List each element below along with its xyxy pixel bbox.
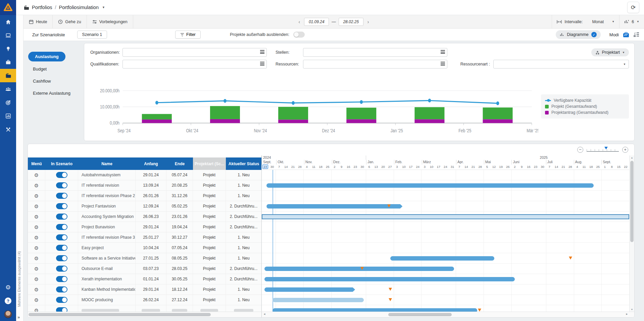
diagramme-toggle-button[interactable]: Diagramme ✓ [556,30,601,39]
tab-externe-auslastung[interactable]: Externe Auslastung [28,89,75,98]
row-menu-gear-icon[interactable]: ⚙ [34,245,39,250]
sidebar-item-avatar[interactable] [0,308,16,321]
ressourcen-input[interactable] [303,60,447,68]
next-period-chevron-right-icon[interactable]: › [366,19,370,25]
table-row[interactable]: ⚙ Autobahnmautsystem 29.01.24 05.07.24 P… [28,170,261,180]
hide-outside-toggle[interactable] [293,32,305,38]
in-szenario-toggle[interactable] [56,224,67,230]
gantt-bar[interactable] [264,287,355,292]
table-row[interactable]: ⚙ IT referential revision Phase 3 25.01.… [28,232,261,243]
filter-button[interactable]: Filter [175,31,201,39]
row-menu-gear-icon[interactable]: ⚙ [34,256,39,261]
in-szenario-toggle[interactable] [56,245,67,251]
row-menu-gear-icon[interactable]: ⚙ [34,308,39,312]
scroll-left-arrow-icon[interactable]: ◄ [263,313,266,316]
prev-period-chevron-left-icon[interactable]: ‹ [297,19,302,25]
row-menu-gear-icon[interactable]: ⚙ [34,277,39,282]
in-szenario-toggle[interactable] [56,214,67,220]
intervalle-select[interactable]: Monat ▼ [587,15,619,28]
qualifikationen-input[interactable] [122,60,267,68]
row-menu-gear-icon[interactable]: ⚙ [34,173,39,178]
scroll-down-arrow-icon[interactable]: ▼ [630,308,634,311]
expand-strip-icon[interactable]: » [17,315,20,320]
row-menu-gear-icon[interactable]: ⚙ [34,287,39,292]
table-row[interactable]: ⚙ Project Fantavision 12.09.24 05.02.25 … [28,201,261,212]
table-row[interactable]: ⚙ Kanban Method Implementatio 29.01.24 1… [28,284,261,295]
column-header-1[interactable]: In Szenario [45,162,78,166]
milestone-marker-icon[interactable] [389,288,392,291]
vorbelegungen-button[interactable]: Vorbelegungen [87,15,133,28]
ressourcenart-select[interactable] [493,60,629,68]
szenario-button[interactable]: Szenario 1 [77,31,107,39]
table-scroll-thumb[interactable] [29,313,211,316]
sidebar-item-target[interactable] [0,96,16,109]
table-row[interactable]: ⚙ [28,305,261,312]
column-header-4[interactable]: Ende [166,162,193,166]
in-szenario-toggle[interactable] [56,266,67,272]
tab-budget[interactable]: Budget [28,64,51,74]
sidebar-item-tools[interactable] [0,123,16,136]
milestone-marker-icon[interactable] [389,298,392,301]
gantt-bar[interactable] [262,214,629,219]
hierarchy-mode-icon[interactable] [633,32,639,37]
sidebar-item-help[interactable]: ? [0,294,16,308]
milestone-marker-icon[interactable] [569,257,572,260]
tab-cashflow[interactable]: Cashflow [28,77,55,86]
table-row[interactable]: ⚙ Accounting System Migration 26.06.23 2… [28,212,261,222]
gantt-vertical-scrollbar[interactable]: ▲ ▼ [629,155,634,312]
milestone-marker-icon[interactable] [360,267,364,270]
table-row[interactable]: ⚙ IT referential revision Phase 2 26.01.… [28,191,261,201]
column-header-3[interactable]: Anfang [136,162,166,166]
breadcrumb-page[interactable]: Portfoliosimulation [59,5,98,10]
zoom-out-button[interactable]: − [577,147,583,153]
date-to-input[interactable] [339,18,363,26]
refresh-button[interactable]: ⟳ [627,2,639,13]
gantt-bar[interactable] [273,308,477,312]
organisationen-input[interactable] [122,48,267,57]
scroll-up-arrow-icon[interactable]: ▲ [630,156,634,159]
in-szenario-toggle[interactable] [56,182,67,188]
scroll-right-arrow-icon[interactable]: ► [626,313,628,316]
table-row[interactable]: ⚙ Software as a Service Initiative 27.01… [28,253,261,264]
row-menu-gear-icon[interactable]: ⚙ [34,297,39,303]
gehe-zu-button[interactable]: Gehe zu [53,15,86,28]
gantt-bar[interactable] [390,256,494,261]
milestone-marker-icon[interactable] [387,204,391,208]
table-row[interactable]: ⚙ Easy project 10.04.24 07.05.24 Projekt… [28,243,261,253]
date-from-input[interactable] [304,18,329,26]
diagram-count-select[interactable]: 6 ▼ [620,15,644,28]
gantt-horizontal-scrollbar[interactable]: ◄ ► [262,312,634,317]
projektart-grouping-button[interactable]: Projektart ▼ [591,48,629,56]
gantt-scroll-thumb[interactable] [388,313,452,316]
sidebar-item-folder[interactable] [0,69,16,82]
in-szenario-toggle[interactable] [56,203,67,209]
breadcrumb-chevron-down-icon[interactable]: ▼ [102,6,105,9]
column-header-5[interactable]: Projektart (Sc... [193,157,226,170]
table-row[interactable]: ⚙ MOOC producing 26.02.24 27.12.24 Proje… [28,295,261,305]
zoom-in-button[interactable]: + [622,147,628,153]
table-horizontal-scrollbar[interactable] [28,312,262,317]
in-szenario-toggle[interactable] [56,286,67,292]
in-szenario-toggle[interactable] [56,276,67,282]
zoom-slider-thumb[interactable] [604,147,608,149]
table-row[interactable]: ⚙ Outsource E-mail 03.07.23 28.03.25 Pro… [28,264,261,274]
in-szenario-toggle[interactable] [56,255,67,261]
zoom-slider[interactable] [587,148,619,152]
in-szenario-toggle[interactable] [56,297,67,303]
tab-auslastung[interactable]: Auslastung [28,52,65,61]
row-menu-gear-icon[interactable]: ⚙ [34,214,39,219]
table-row[interactable]: ⚙ Project Bunavision 29.01.24 19.04.24 P… [28,222,261,232]
table-row[interactable]: ⚙ IT referential revision 13.09.24 20.08… [28,180,261,191]
table-row[interactable]: ⚙ Xerath implementation 01.01.24 30.05.2… [28,274,261,284]
sidebar-item-lightbulb[interactable] [0,42,16,55]
vertical-scroll-thumb[interactable] [630,161,634,242]
in-szenario-toggle[interactable] [56,234,67,240]
row-menu-gear-icon[interactable]: ⚙ [34,266,39,271]
gantt-bar[interactable] [264,277,515,281]
gantt-bar[interactable] [266,183,594,188]
stellen-input[interactable] [303,48,447,57]
sidebar-item-briefcase[interactable] [0,55,16,69]
row-menu-gear-icon[interactable]: ⚙ [34,193,39,198]
sidebar-item-team[interactable] [0,82,16,96]
sidebar-item-monitor[interactable] [0,29,16,42]
